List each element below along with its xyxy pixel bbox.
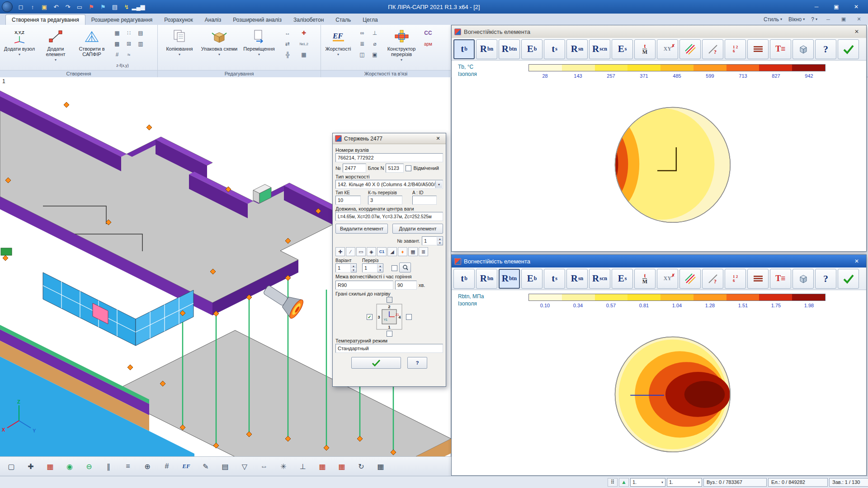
close-button[interactable]: ✕ — [846, 1, 866, 13]
isolines-query-button[interactable]: ? — [702, 39, 723, 59]
result-es-button[interactable]: Es — [612, 39, 633, 59]
plumb-icon[interactable]: ⊥ — [296, 460, 310, 473]
volume-view-button[interactable] — [793, 269, 814, 289]
window-menu[interactable]: Вікно▾ — [788, 16, 805, 23]
grid-icon[interactable]: ▦ — [374, 460, 387, 473]
red-table-icon[interactable]: ▦ — [316, 460, 329, 473]
ribbon-tab-analysis[interactable]: Аналіз — [199, 14, 227, 25]
temperature-mode-field[interactable]: Стандартный — [335, 344, 443, 353]
plate-tool-icon[interactable]: ▭ — [356, 247, 366, 256]
red-grid-icon[interactable]: ▦ — [43, 460, 57, 473]
stiffness-type-select[interactable]: 142. Кільце 40 X 0 (Columns 4.2/B40/A500… — [335, 180, 443, 189]
result-rscn-button[interactable]: Rscn — [589, 269, 610, 289]
app-logo-icon[interactable] — [2, 1, 13, 12]
isolines-query-button[interactable]: ? — [702, 269, 723, 289]
mdi-close-button[interactable]: ✕ — [854, 16, 863, 22]
result-rscn-button[interactable]: Rscn — [589, 39, 610, 59]
element-number-field[interactable]: 2477 — [343, 164, 366, 173]
block-number-field[interactable]: 5123 — [386, 164, 404, 173]
draw-icon[interactable]: ✎ — [199, 460, 212, 473]
stiffness-display-icon[interactable]: EF — [179, 460, 193, 473]
ribbon-tab-calculation[interactable]: Розрахунок — [158, 14, 198, 25]
section-tool-icon[interactable]: ◢ — [387, 247, 397, 256]
style-menu[interactable]: Стиль▾ — [764, 16, 782, 23]
ribbon-tab-create-edit[interactable]: Створення та редагування — [5, 14, 85, 25]
select-frame-icon[interactable]: ▢ — [5, 460, 18, 473]
result-ts-button[interactable]: ts — [544, 269, 565, 289]
minimize-button[interactable]: ─ — [807, 1, 826, 13]
mdi-restore-button[interactable]: ▣ — [839, 16, 848, 22]
result-tb-button[interactable]: tb — [453, 39, 475, 59]
nodes-field[interactable]: 766214, 772922 — [335, 153, 443, 162]
result-ts-button[interactable]: ts — [544, 39, 565, 59]
ribbon-tab-brick[interactable]: Цегла — [357, 14, 383, 25]
result-es-button[interactable]: Es — [612, 269, 633, 289]
magnifier-button[interactable] — [399, 263, 411, 272]
result-rbn-button[interactable]: Rbn — [476, 39, 497, 59]
hatch-tool-icon[interactable]: # — [112, 50, 122, 59]
support-tool-icon[interactable]: ⊥ — [370, 28, 380, 38]
table-tool-icon[interactable]: ▦ — [408, 247, 418, 256]
target-icon[interactable]: ⊕ — [141, 460, 154, 473]
discrete-scale-button[interactable] — [747, 39, 769, 59]
fire-rating-field[interactable]: R90 — [335, 281, 393, 290]
add-node-button[interactable]: X,Y,Z Додати вузол ▾ — [2, 27, 37, 68]
pan-icon[interactable]: ✚ — [24, 460, 38, 473]
help-button[interactable]: ? — [815, 269, 836, 289]
stretch-tool-icon[interactable]: ↔ — [283, 28, 292, 38]
parallel-view-icon[interactable]: ∥ — [102, 460, 115, 473]
layers-icon[interactable]: ▤ — [218, 460, 232, 473]
sections-count-field[interactable]: 3 — [368, 196, 402, 205]
list-tool-icon[interactable]: ≣ — [419, 247, 428, 256]
zoom-out-icon[interactable]: ⊖ — [82, 460, 96, 473]
list-view-icon[interactable]: ≡ — [121, 460, 135, 473]
red-table-2-icon[interactable]: ▦ — [335, 460, 349, 473]
copy-button[interactable]: Копіювання ▾ — [160, 27, 198, 68]
preview-checkbox[interactable] — [392, 265, 397, 271]
link-tool-icon[interactable]: ∞ — [357, 28, 367, 38]
axes-toggle-button[interactable]: XY✗ — [657, 39, 678, 59]
ribbon-tab-advanced-edit[interactable]: Розширене редагування — [85, 14, 159, 25]
result-rsn-button[interactable]: Rsn — [566, 39, 588, 59]
maximize-button[interactable]: ▣ — [826, 1, 846, 13]
result-rbtn-button[interactable]: Rbtn — [499, 269, 520, 289]
discrete-scale-button[interactable] — [747, 269, 769, 289]
face-top-checkbox[interactable] — [387, 297, 392, 303]
values-display-button[interactable]: 1 26 — [725, 269, 746, 289]
screen-icon[interactable]: ▭ — [74, 2, 85, 12]
book-icon[interactable]: ▤ — [109, 2, 120, 12]
undo-icon[interactable]: ↶ — [51, 2, 61, 12]
section-tool-icon[interactable]: ◫ — [357, 50, 367, 59]
dots-tool-icon[interactable]: ∷ — [124, 28, 134, 38]
isolines-button[interactable] — [679, 269, 701, 289]
status-grip-icon[interactable]: ⠿ — [608, 478, 618, 487]
rbtn-isofields-area[interactable]: Rbtn, МПа Ізополя 0.100.340.570.811.041.… — [452, 290, 866, 475]
result-rbtn-button[interactable]: Rbtn — [499, 39, 520, 59]
grid-snap-icon[interactable]: # — [160, 460, 174, 473]
plate-tool-icon[interactable]: ⊞ — [124, 39, 134, 48]
face-bottom-checkbox[interactable] — [387, 331, 392, 337]
move-button[interactable]: Переміщення ▾ — [240, 27, 278, 68]
resize-icon[interactable]: ⇔ — [257, 460, 271, 473]
add-element-button[interactable]: Додати елемент ▾ — [38, 27, 73, 68]
import-icon[interactable]: ↑ — [27, 2, 38, 12]
chart-icon[interactable]: ▂▄▆ — [133, 2, 144, 12]
fire-window-titlebar[interactable]: Вогнестійкість елемента ✕ — [452, 255, 866, 267]
units-toggle-button[interactable]: tM — [634, 39, 656, 59]
result-eb-button[interactable]: Eb — [521, 269, 542, 289]
axes-toggle-button[interactable]: XY✗ — [657, 269, 678, 289]
swap-tool-icon[interactable]: ⇄ — [283, 39, 292, 48]
temperature-display-button[interactable]: T≡ — [770, 269, 791, 289]
dialog-titlebar[interactable]: Стержень 2477 ✕ — [333, 133, 446, 144]
variant-spinner[interactable]: 1 ▲▼ — [335, 263, 357, 272]
load-number-spinner[interactable]: 1 ▲▼ — [422, 236, 443, 245]
close-icon[interactable]: ✕ — [850, 27, 863, 36]
add-element-button[interactable]: Додати елемент — [392, 224, 443, 234]
grid-tool-icon[interactable]: ▦ — [112, 28, 122, 38]
result-rbn-button[interactable]: Rbn — [476, 269, 497, 289]
help-button[interactable]: ? — [407, 357, 427, 369]
intersect-tool-icon[interactable]: ╬ — [283, 50, 292, 59]
diameter-tool-icon[interactable]: ⌀ — [370, 39, 380, 48]
isolines-button[interactable] — [679, 39, 701, 59]
solid-tool-icon[interactable]: ▣ — [370, 50, 380, 59]
